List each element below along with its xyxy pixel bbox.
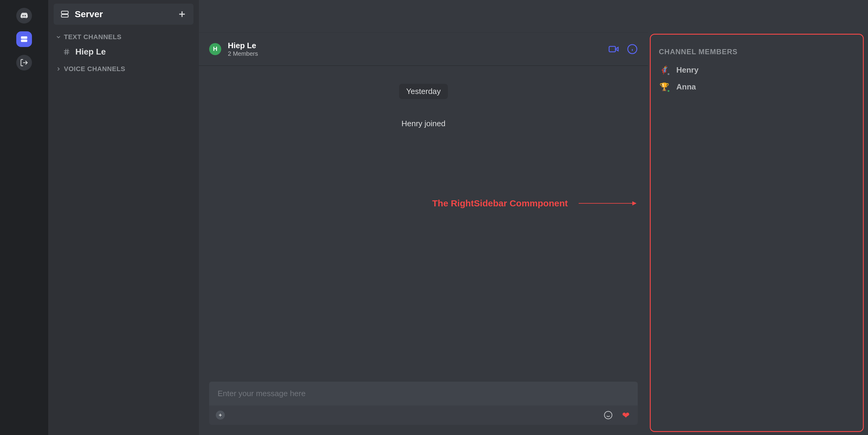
annotation-arrow-icon	[579, 203, 636, 204]
channel-label: Hiep Le	[75, 47, 106, 57]
chat-main: H Hiep Le 2 Members Yesterday Henry join…	[199, 0, 648, 435]
member-row[interactable]: 🏆 Anna	[656, 78, 860, 95]
member-name: Henry	[676, 65, 699, 75]
composer-input-wrap	[209, 382, 638, 405]
svg-line-10	[67, 49, 68, 55]
voice-channels-label: Voice Channels	[64, 65, 125, 73]
chat-body: Yesterday Henry joined The RightSidebar …	[199, 66, 648, 382]
heart-icon: ❤	[622, 410, 629, 421]
discord-home-button[interactable]	[16, 8, 32, 24]
plus-icon	[177, 9, 187, 19]
hash-icon	[63, 48, 70, 56]
add-server-button[interactable]	[177, 9, 187, 19]
channel-item[interactable]: Hiep Le	[54, 43, 193, 60]
channel-sidebar: Server Text Channels Hiep Le Voice Chann…	[48, 0, 199, 435]
plus-small-icon	[218, 413, 223, 417]
voice-channels-header[interactable]: Voice Channels	[54, 63, 193, 75]
chat-header-actions	[608, 44, 638, 55]
chat-header: H Hiep Le 2 Members	[199, 33, 648, 66]
chat-top-strip	[199, 0, 648, 33]
info-button[interactable]	[627, 44, 638, 55]
discord-logo-icon	[20, 11, 28, 20]
channel-members-header: Channel Members	[656, 47, 860, 56]
svg-rect-4	[61, 14, 68, 17]
channel-avatar: H	[209, 43, 221, 55]
server-icon	[20, 35, 28, 43]
server-box-icon	[60, 10, 69, 19]
text-channels-label: Text Channels	[64, 33, 121, 41]
system-message: Henry joined	[401, 119, 445, 128]
logout-button[interactable]	[16, 55, 32, 70]
chat-title: Hiep Le	[228, 41, 258, 50]
composer-left	[216, 411, 225, 420]
annotation-label: The RightSidebar Commponent	[432, 198, 568, 208]
video-icon	[608, 44, 619, 55]
svg-line-9	[65, 49, 66, 55]
server-bar	[0, 0, 48, 435]
member-avatar: 🏆	[659, 81, 670, 92]
logout-icon	[20, 59, 28, 67]
date-divider: Yesterday	[399, 84, 448, 99]
svg-rect-3	[61, 11, 68, 14]
app-root: Server Text Channels Hiep Le Voice Chann…	[0, 0, 868, 435]
chat-title-block: Hiep Le 2 Members	[228, 41, 258, 57]
svg-point-18	[604, 411, 612, 419]
chevron-down-icon	[56, 34, 61, 40]
member-row[interactable]: 🦸 Henry	[656, 62, 860, 78]
emoji-button[interactable]	[603, 410, 614, 421]
active-server-button[interactable]	[16, 31, 32, 47]
message-input[interactable]	[218, 389, 629, 398]
chevron-right-icon	[56, 66, 61, 72]
composer-right: ❤	[603, 410, 631, 421]
smile-icon	[604, 411, 613, 420]
status-offline-icon	[667, 72, 670, 76]
svg-rect-1	[21, 39, 27, 42]
member-name: Anna	[676, 82, 696, 92]
text-channels-header[interactable]: Text Channels	[54, 31, 193, 43]
server-header[interactable]: Server	[54, 4, 193, 25]
info-icon	[627, 44, 638, 55]
annotation: The RightSidebar Commponent	[432, 198, 636, 208]
like-button[interactable]: ❤	[620, 410, 631, 421]
chat-header-left: H Hiep Le 2 Members	[209, 41, 258, 57]
server-name: Server	[75, 9, 103, 19]
composer-toolbar: ❤	[209, 405, 638, 425]
svg-rect-11	[609, 46, 615, 52]
member-avatar: 🦸	[659, 64, 670, 75]
attach-button[interactable]	[216, 411, 225, 420]
video-call-button[interactable]	[608, 44, 619, 55]
message-composer: ❤	[209, 382, 638, 425]
right-sidebar: Channel Members 🦸 Henry 🏆 Anna	[648, 0, 868, 435]
status-online-icon	[667, 89, 670, 93]
server-header-left: Server	[60, 9, 103, 19]
chat-subtitle: 2 Members	[228, 50, 258, 57]
svg-rect-0	[21, 36, 27, 39]
